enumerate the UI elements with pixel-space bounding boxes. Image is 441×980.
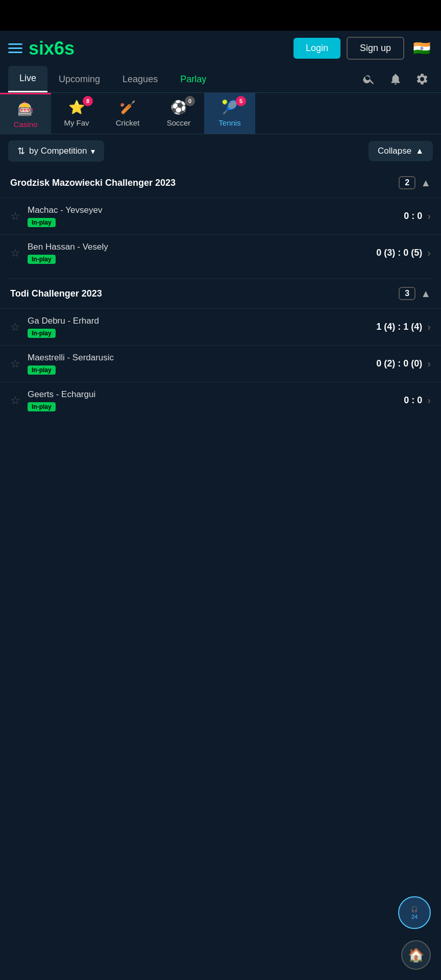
match-2-arrow: ›: [427, 247, 431, 259]
sport-tabs: 🎰 Casino 8 ⭐ My Fav 🏏 Cricket 0 ⚽ Soccer…: [0, 93, 441, 134]
soccer-badge: 0: [185, 96, 195, 106]
gear-icon: [415, 72, 429, 86]
competition-1-chevron: ▲: [421, 177, 431, 189]
login-button[interactable]: Login: [293, 38, 340, 59]
match-1-name: Machac - Yevseyev: [28, 205, 404, 215]
match-1-info: Machac - Yevseyev In-play: [28, 205, 404, 227]
match-1-favorite-button[interactable]: ☆: [10, 210, 20, 223]
collapse-label: Collapse: [378, 146, 411, 156]
match-5-score: 0 : 0 ›: [404, 395, 431, 406]
logo-accent: 6: [54, 38, 64, 59]
match-2-status: In-play: [28, 255, 56, 264]
competition-1-header[interactable]: Grodzisk Mazowiecki Challenger 2023 2 ▲: [0, 168, 441, 198]
search-icon: [362, 72, 376, 86]
home-icon: 🏠: [408, 947, 424, 963]
logo-suffix: s: [64, 38, 75, 59]
match-4-score: 0 (2) : 0 (0) ›: [376, 358, 431, 370]
logo: six6s: [29, 38, 287, 59]
match-5-arrow: ›: [427, 395, 431, 406]
nav-tabs: Live Upcoming Leagues Parlay: [0, 66, 441, 93]
country-flag[interactable]: 🇮🇳: [410, 37, 433, 60]
logo-text: six: [29, 38, 54, 59]
match-4-arrow: ›: [427, 358, 431, 370]
match-row-4[interactable]: ☆ Maestrelli - Serdarusic In-play 0 (2) …: [0, 345, 441, 382]
match-4-favorite-button[interactable]: ☆: [10, 357, 20, 371]
soccer-label: Soccer: [167, 118, 191, 127]
filter-by-competition-button[interactable]: ⇅ by Competition ▾: [8, 140, 104, 162]
tab-live[interactable]: Live: [8, 66, 47, 92]
match-row-3[interactable]: ☆ Ga Debru - Erhard In-play 1 (4) : 1 (4…: [0, 308, 441, 345]
match-4-info: Maestrelli - Serdarusic In-play: [28, 353, 376, 375]
hamburger-menu[interactable]: [8, 43, 22, 53]
match-5-name: Geerts - Echargui: [28, 389, 404, 400]
top-status-bar: [0, 0, 441, 31]
cricket-icon: 🏏: [118, 98, 137, 116]
nav-actions: [358, 68, 433, 90]
match-row-5[interactable]: ☆ Geerts - Echargui In-play 0 : 0 ›: [0, 382, 441, 419]
myfav-label: My Fav: [64, 118, 89, 127]
cricket-label: Cricket: [116, 118, 140, 127]
match-3-status: In-play: [28, 329, 56, 338]
match-2-name: Ben Hassan - Vesely: [28, 242, 376, 252]
sport-tab-casino[interactable]: 🎰 Casino: [0, 93, 51, 134]
signup-button[interactable]: Sign up: [347, 37, 404, 60]
support-label: 24: [411, 914, 418, 920]
competition-2-header[interactable]: Todi Challenger 2023 3 ▲: [0, 279, 441, 308]
match-2-info: Ben Hassan - Vesely In-play: [28, 242, 376, 264]
match-2-favorite-button[interactable]: ☆: [10, 247, 20, 260]
tennis-badge: 5: [236, 96, 246, 106]
match-2-score: 0 (3) : 0 (5) ›: [376, 247, 431, 259]
competition-2-chevron: ▲: [421, 288, 431, 300]
tab-leagues[interactable]: Leagues: [111, 66, 169, 92]
competition-1-meta: 2 ▲: [399, 176, 431, 189]
support-icon: 🎧: [411, 906, 418, 913]
support-button[interactable]: 🎧 24: [398, 896, 431, 929]
match-3-arrow: ›: [427, 321, 431, 333]
competition-1-title: Grodzisk Mazowiecki Challenger 2023: [10, 178, 176, 188]
competition-2-meta: 3 ▲: [399, 287, 431, 300]
myfav-badge: 8: [83, 96, 93, 106]
collapse-button[interactable]: Collapse ▲: [369, 141, 433, 161]
casino-label: Casino: [14, 120, 38, 129]
competition-1: Grodzisk Mazowiecki Challenger 2023 2 ▲ …: [0, 168, 441, 277]
search-button[interactable]: [358, 68, 380, 90]
sort-icon: ⇅: [17, 145, 25, 157]
tennis-label: Tennis: [218, 118, 240, 127]
chevron-up-icon: ▲: [415, 146, 424, 156]
match-5-status: In-play: [28, 402, 56, 411]
dropdown-icon: ▾: [91, 146, 95, 156]
match-5-info: Geerts - Echargui In-play: [28, 389, 404, 411]
competition-2-count: 3: [399, 287, 415, 300]
match-3-score: 1 (4) : 1 (4) ›: [376, 321, 431, 333]
match-3-name: Ga Debru - Erhard: [28, 316, 376, 326]
competition-2-title: Todi Challenger 2023: [10, 288, 102, 299]
match-row-2[interactable]: ☆ Ben Hassan - Vesely In-play 0 (3) : 0 …: [0, 234, 441, 271]
nav-tab-group: Live Upcoming Leagues Parlay: [8, 66, 358, 92]
competition-2: Todi Challenger 2023 3 ▲ ☆ Ga Debru - Er…: [0, 279, 441, 425]
sport-tab-soccer[interactable]: 0 ⚽ Soccer: [153, 93, 204, 134]
match-row-1[interactable]: ☆ Machac - Yevseyev In-play 0 : 0 ›: [0, 198, 441, 234]
match-1-score: 0 : 0 ›: [404, 210, 431, 222]
match-3-info: Ga Debru - Erhard In-play: [28, 316, 376, 338]
match-3-favorite-button[interactable]: ☆: [10, 321, 20, 334]
tab-parlay[interactable]: Parlay: [169, 66, 217, 92]
match-4-name: Maestrelli - Serdarusic: [28, 353, 376, 363]
match-5-favorite-button[interactable]: ☆: [10, 394, 20, 407]
casino-icon: 🎰: [16, 100, 35, 118]
header: six6s Login Sign up 🇮🇳: [0, 31, 441, 66]
home-button[interactable]: 🏠: [401, 940, 431, 970]
notifications-button[interactable]: [385, 68, 406, 90]
filter-label: by Competition: [29, 146, 87, 156]
tab-upcoming[interactable]: Upcoming: [47, 66, 111, 92]
match-4-status: In-play: [28, 365, 56, 375]
settings-button[interactable]: [411, 68, 433, 90]
match-1-status: In-play: [28, 218, 56, 227]
match-1-arrow: ›: [427, 210, 431, 222]
competition-1-count: 2: [399, 176, 415, 189]
sport-tab-tennis[interactable]: 5 🎾 Tennis: [204, 93, 255, 134]
sport-tab-cricket[interactable]: 🏏 Cricket: [102, 93, 153, 134]
sport-tab-myfav[interactable]: 8 ⭐ My Fav: [51, 93, 102, 134]
filter-bar: ⇅ by Competition ▾ Collapse ▲: [0, 134, 441, 168]
bell-icon: [389, 72, 402, 86]
